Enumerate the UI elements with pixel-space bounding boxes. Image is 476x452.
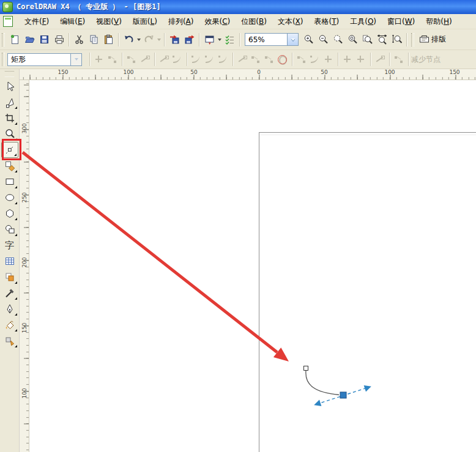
save-button[interactable] [37,32,51,47]
separator [292,53,292,66]
chevron-down-icon [218,39,221,41]
zoom-to-page-height-button[interactable] [389,32,404,47]
menu-item-arrange[interactable]: 排列(A) [163,15,199,29]
label: 表格( [314,17,332,26]
zoom-tool[interactable] [1,126,18,142]
zoom-to-all-objects-button[interactable] [345,32,360,47]
application-launcher-button[interactable] [202,32,217,47]
eyedropper-tool[interactable] [1,285,18,301]
zoom-to-page-button[interactable] [360,32,374,47]
flyout-indicator [15,234,17,236]
print-button[interactable] [51,32,66,47]
snap-options-button[interactable] [222,32,237,47]
ellipse-tool[interactable] [1,190,18,206]
menu-item-table[interactable]: 表格(T) [308,15,344,29]
fill-tool[interactable] [1,317,18,333]
drawing-canvas[interactable] [29,80,476,452]
label: ) [337,17,340,26]
open-button[interactable] [22,32,37,47]
paste-button[interactable] [101,32,116,47]
preset-list-combo[interactable]: 矩形 [7,53,82,66]
polygon-icon [4,207,16,220]
menu-item-text[interactable]: 文本(X) [272,15,309,29]
toolbar-grip[interactable] [411,33,414,46]
blend-tool[interactable] [1,269,18,285]
zoom-to-page-width-button[interactable] [374,32,389,47]
polygon-tool[interactable] [1,206,18,221]
flyout-indicator [15,138,17,141]
control-handle-arrow-start[interactable] [314,400,321,406]
shape-tool[interactable] [1,94,18,110]
control-handle-arrow-end[interactable] [364,385,371,391]
export-button[interactable] [182,32,196,47]
flyout-indicator [15,122,17,125]
menu-item-tools[interactable]: 工具(O) [344,15,382,29]
flyout-indicator [15,281,17,284]
zoom-in-icon [303,34,314,45]
table-tool[interactable] [1,253,18,269]
chevron-down-icon [75,58,78,61]
ruler-label: 100 [121,69,136,75]
menu-item-edit[interactable]: 编辑(E) [54,15,91,29]
label: 效果( [205,17,223,26]
cusp-node-icon [190,54,203,65]
title-bar[interactable]: CorelDRAW X4 （ 专业版 ） - [图形1] [0,0,476,14]
toolbar-grip[interactable] [2,53,5,66]
application-launcher-dropdown[interactable] [217,32,222,47]
basic-shapes-tool[interactable] [1,221,18,237]
text-tool[interactable]: 字 [1,237,18,253]
document-icon[interactable] [3,16,13,27]
curve-end-node-selected[interactable] [340,392,346,398]
redo-dropdown [156,32,162,47]
undo-button[interactable] [121,32,136,47]
redo-icon [143,34,155,45]
vertical-ruler[interactable]: 300 250 200 150 100 [20,80,29,452]
ruler-label: 150 [21,320,28,335]
join-nodes-icon [125,54,138,65]
curve-start-node[interactable] [304,366,308,371]
rotate-nodes-icon [309,54,321,65]
label: ) [119,17,122,26]
toolbox-grip[interactable] [5,71,14,77]
menu-item-effects[interactable]: 效果(C) [199,15,236,29]
flyout-indicator [15,186,17,188]
new-document-button[interactable] [7,32,22,47]
copy-button[interactable] [86,32,101,47]
menu-item-help[interactable]: 帮助(H) [420,15,457,29]
undo-dropdown[interactable] [136,32,141,47]
smart-fill-tool[interactable] [1,158,18,174]
mnemonic: A [186,17,191,26]
menu-item-window[interactable]: 窗口(W) [382,15,420,29]
menu-item-file[interactable]: 文件(F) [19,15,54,29]
flyout-indicator [15,297,17,300]
horizontal-ruler[interactable]: 150 100 50 0 50 100 150 [20,69,476,80]
bezier-curve-segment[interactable] [306,371,339,395]
zoom-in-button[interactable] [301,32,316,47]
interactive-fill-tool[interactable] [1,333,18,349]
cut-button[interactable] [72,32,86,47]
label: ) [449,17,452,26]
zoom-to-selection-button[interactable] [330,32,345,47]
paste-clipboard-icon [103,34,114,45]
pick-tool[interactable] [1,78,18,94]
label: ) [300,17,303,26]
zoom-out-button[interactable] [316,32,330,47]
zoom-to-page-height-icon [391,34,403,45]
outline-pen-tool[interactable] [1,301,18,317]
mnemonic: X [296,17,300,26]
menu-item-bitmaps[interactable]: 位图(B) [236,15,272,29]
smooth-node-icon [204,54,216,65]
layout-toolbar-button[interactable] [417,32,431,47]
toolbar-grip[interactable] [2,33,5,46]
separator [122,53,122,66]
import-button[interactable] [167,32,182,47]
rectangle-tool[interactable] [1,174,18,190]
menu-item-layout[interactable]: 版面(L) [127,15,163,29]
combo-dropdown-button[interactable] [287,34,298,45]
crop-tool[interactable] [1,110,18,126]
interactive-fill-icon [4,335,16,347]
zoom-level-combo[interactable]: 65% [245,33,299,46]
menu-item-view[interactable]: 视图(V) [91,15,127,29]
freehand-tool[interactable] [1,142,18,158]
elastic-mode-icon [374,54,386,65]
